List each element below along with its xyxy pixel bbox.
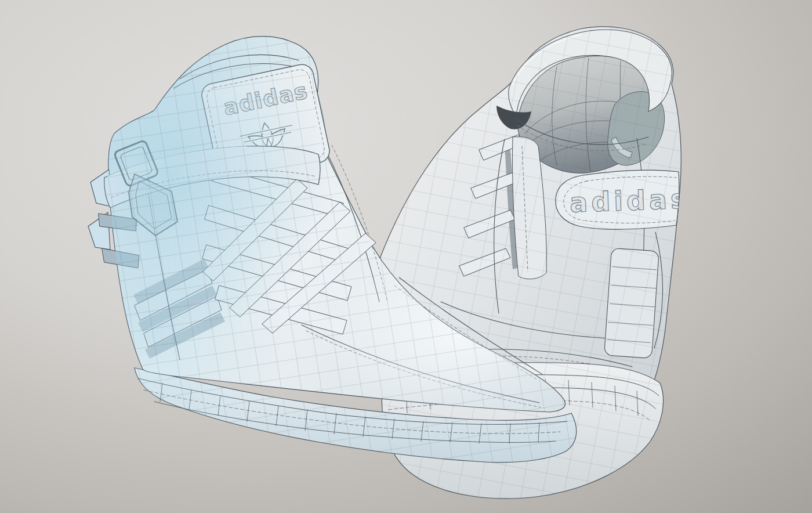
wireframe-sneakers-render: adidas: [0, 0, 812, 513]
render-canvas: adidas: [0, 0, 812, 513]
